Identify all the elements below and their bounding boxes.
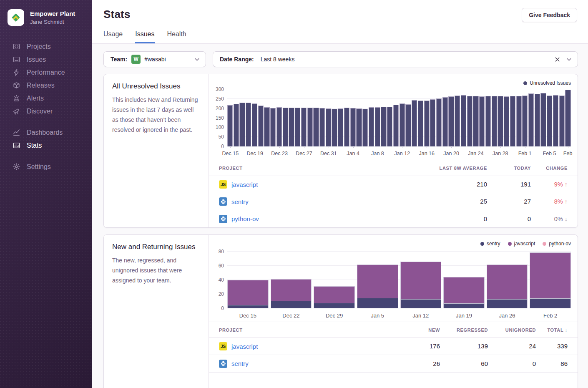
- project-link[interactable]: python-ov: [231, 215, 259, 222]
- unresolved-bar: [338, 108, 343, 146]
- column-header-project[interactable]: PROJECT: [209, 328, 398, 333]
- sidebar-nav: ProjectsIssuesPerformanceReleasesAlertsD…: [0, 40, 92, 173]
- sidebar-item-settings[interactable]: Settings: [13, 160, 92, 173]
- sidebar-item-projects[interactable]: Projects: [13, 40, 92, 53]
- stacked-bar: [400, 262, 442, 308]
- sentry-segment: [314, 303, 354, 308]
- stat-value: 26: [433, 360, 440, 367]
- stacked-bar: [443, 277, 485, 308]
- stats-icon: [13, 141, 20, 149]
- sidebar-item-stats[interactable]: Stats: [13, 139, 92, 152]
- sidebar-item-issues[interactable]: Issues: [13, 53, 92, 66]
- projects-icon: [13, 43, 20, 50]
- column-header-total[interactable]: TOTAL↓: [536, 327, 578, 333]
- legend-item-python-ov[interactable]: python-ov: [543, 241, 571, 247]
- javascript-segment: [357, 265, 398, 298]
- sidebar-item-alerts[interactable]: Alerts: [13, 92, 92, 105]
- org-logo: [8, 9, 24, 26]
- y-axis-label: 100: [211, 124, 224, 130]
- sentry-segment: [228, 305, 268, 308]
- stacked-bar: [227, 280, 269, 308]
- x-axis-label: Jan 20: [443, 151, 459, 156]
- unresolved-bar: [559, 96, 565, 146]
- sidebar-item-label: Issues: [27, 56, 46, 63]
- page-header: Stats Give Feedback UsageIssuesHealth: [92, 0, 588, 44]
- column-header-last-8w-average[interactable]: LAST 8W AVERAGE: [416, 166, 487, 171]
- table-row: sentry25278% ↑: [209, 193, 578, 210]
- table-row: JSjavascript17613924339: [209, 338, 578, 355]
- tab-health[interactable]: Health: [167, 30, 186, 43]
- column-header-new[interactable]: NEW: [398, 328, 440, 333]
- org-switcher[interactable]: Empower Plant Jane Schmidt: [0, 0, 92, 34]
- unresolved-bar: [565, 90, 570, 146]
- dashboards-icon: [13, 128, 20, 136]
- sidebar-item-performance[interactable]: Performance: [13, 66, 92, 79]
- y-axis-label: 0: [211, 305, 224, 311]
- project-link[interactable]: javascript: [231, 181, 258, 188]
- sidebar-item-dashboards[interactable]: Dashboards: [13, 126, 92, 139]
- unresolved-bar: [356, 108, 362, 146]
- sidebar-item-releases[interactable]: Releases: [13, 79, 92, 92]
- settings-icon: [13, 163, 20, 171]
- stacked-bar: [487, 265, 528, 308]
- date-range-select[interactable]: Date Range: Last 8 weeks: [213, 51, 578, 67]
- table-row: JSjavascript2101919% ↑: [209, 176, 578, 193]
- y-axis-label: 40: [211, 277, 224, 283]
- all-unresolved-issues-panel: All Unresolved Issues This includes New …: [103, 74, 578, 228]
- content: Team: W #wasabi Date Range: Last 8 weeks: [92, 44, 588, 388]
- unresolved-bar: [313, 108, 319, 146]
- sort-desc-icon: ↓: [565, 327, 568, 333]
- x-axis-label: Feb 5: [543, 151, 556, 156]
- alerts-icon: [13, 94, 20, 102]
- project-link[interactable]: sentry: [231, 198, 249, 205]
- give-feedback-button[interactable]: Give Feedback: [522, 8, 577, 22]
- unresolved-bar: [448, 96, 454, 146]
- filter-bar: Team: W #wasabi Date Range: Last 8 weeks: [103, 51, 578, 67]
- unresolved-bar: [283, 108, 288, 146]
- tab-issues[interactable]: Issues: [135, 30, 154, 43]
- javascript-segment: [271, 280, 312, 300]
- unresolved-bar: [547, 96, 552, 146]
- column-header-today[interactable]: TODAY: [487, 166, 531, 171]
- sidebar-item-discover[interactable]: Discover: [13, 105, 92, 118]
- javascript-icon: JS: [219, 342, 227, 350]
- sentry-segment: [444, 303, 484, 308]
- sentry-segment: [530, 298, 570, 308]
- stat-value: 86: [560, 360, 568, 367]
- project-link[interactable]: sentry: [231, 360, 249, 367]
- unresolved-issues-table: PROJECTLAST 8W AVERAGETODAYCHANGEJSjavas…: [209, 160, 578, 227]
- empower-plant-logo-icon: [10, 12, 21, 23]
- unresolved-bar: [492, 96, 497, 146]
- javascript-segment: [314, 287, 354, 302]
- date-range-label: Date Range:: [220, 56, 254, 63]
- legend-item-javascript[interactable]: javascript: [508, 241, 535, 247]
- javascript-segment: [530, 253, 570, 299]
- sidebar-item-label: Dashboards: [27, 129, 63, 136]
- x-axis-label: Feb: [563, 151, 573, 156]
- change-value: 0% ↓: [554, 216, 568, 222]
- unresolved-bar: [234, 104, 239, 146]
- team-select[interactable]: Team: W #wasabi: [103, 51, 206, 67]
- column-header-change[interactable]: CHANGE: [531, 166, 578, 171]
- legend-item-unresolved-issues[interactable]: Unresolved Issues: [523, 80, 571, 86]
- x-axis-label: Jan 12: [400, 312, 442, 319]
- tab-usage[interactable]: Usage: [103, 30, 123, 43]
- column-header-project[interactable]: PROJECT: [209, 166, 416, 171]
- unresolved-bar: [455, 96, 460, 146]
- sidebar-item-label: Stats: [27, 142, 42, 149]
- org-name: Empower Plant: [30, 10, 75, 18]
- org-user-name: Jane Schmidt: [30, 19, 75, 25]
- clear-date-range-icon[interactable]: [554, 56, 560, 63]
- sidebar-item-label: Performance: [27, 69, 65, 76]
- change-value: 9% ↑: [554, 181, 568, 188]
- project-link[interactable]: javascript: [231, 343, 258, 350]
- chart-legend: Unresolved Issues: [209, 79, 571, 87]
- x-axis-label: Jan 4: [347, 151, 359, 156]
- python-icon: [219, 197, 227, 206]
- legend-item-sentry[interactable]: sentry: [480, 241, 500, 247]
- column-header-unignored[interactable]: UNIGNORED: [488, 328, 536, 333]
- stat-value: 25: [480, 198, 487, 205]
- stat-value: 60: [481, 360, 488, 367]
- column-header-regressed[interactable]: REGRESSED: [440, 328, 488, 333]
- legend-label: Unresolved Issues: [530, 80, 571, 86]
